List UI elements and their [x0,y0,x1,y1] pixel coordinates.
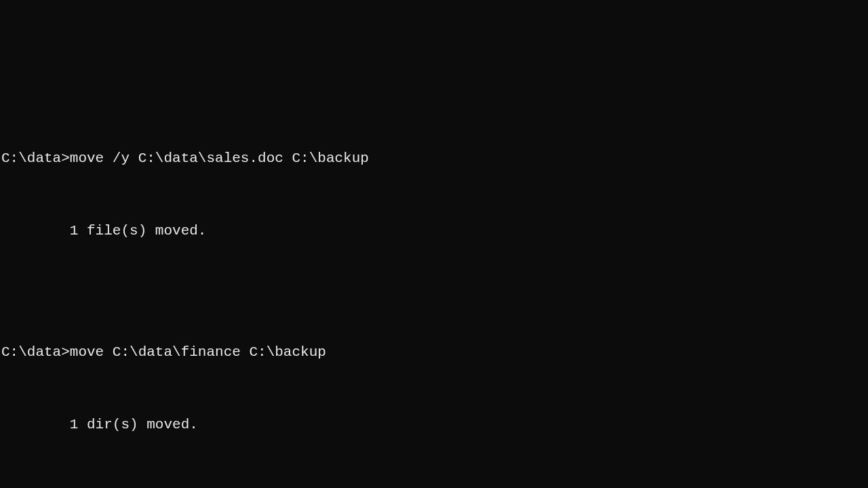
terminal-line: 1 dir(s) moved. [1,413,868,437]
terminal-line: C:\data>move /y C:\data\sales.doc C:\bac… [1,146,868,171]
terminal-line: 1 file(s) moved. [1,219,868,243]
terminal-window[interactable]: C:\data>move /y C:\data\sales.doc C:\bac… [0,97,868,488]
terminal-line: C:\data>move C:\data\finance C:\backup [1,340,868,365]
